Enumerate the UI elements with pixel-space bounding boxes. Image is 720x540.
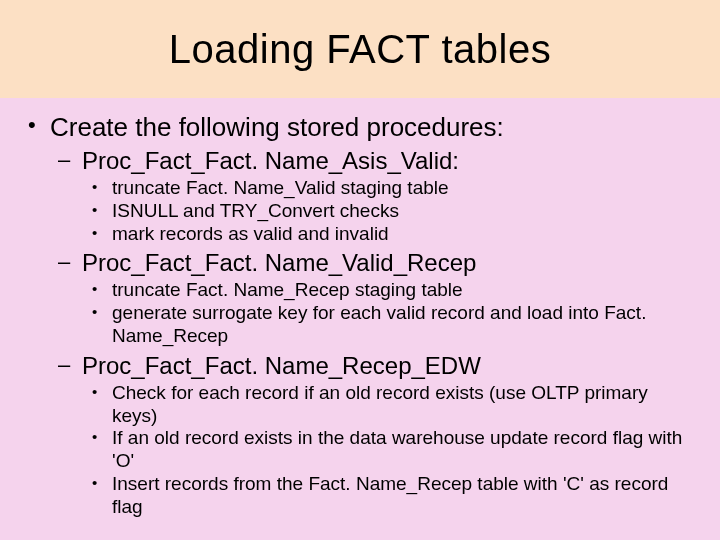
sub-item-text: mark records as valid and invalid [112,223,389,244]
sub-item-text: truncate Fact. Name_Recep staging table [112,279,463,300]
slide-title: Loading FACT tables [169,27,551,72]
sub-item-text: If an old record exists in the data ware… [112,427,682,471]
list-item: ISNULL and TRY_Convert checks [82,200,698,223]
level3-list: truncate Fact. Name_Recep staging table … [82,279,698,347]
list-item: truncate Fact. Name_Valid staging table [82,177,698,200]
sub-item-text: generate surrogate key for each valid re… [112,302,646,346]
list-item: mark records as valid and invalid [82,223,698,246]
main-bullet-text: Create the following stored procedures: [50,112,504,142]
sub-item-text: truncate Fact. Name_Valid staging table [112,177,449,198]
title-band: Loading FACT tables [0,0,720,98]
sub-item-text: Check for each record if an old record e… [112,382,648,426]
proc-name: Proc_Fact_Fact. Name_Asis_Valid: [82,147,459,174]
sub-item-text: ISNULL and TRY_Convert checks [112,200,399,221]
list-item: truncate Fact. Name_Recep staging table [82,279,698,302]
list-item: If an old record exists in the data ware… [82,427,698,473]
list-item: Proc_Fact_Fact. Name_Asis_Valid: truncat… [50,147,698,245]
list-item: Check for each record if an old record e… [82,382,698,428]
list-item: Insert records from the Fact. Name_Recep… [82,473,698,519]
level3-list: truncate Fact. Name_Valid staging table … [82,177,698,245]
list-item: generate surrogate key for each valid re… [82,302,698,348]
sub-item-text: Insert records from the Fact. Name_Recep… [112,473,668,517]
proc-name: Proc_Fact_Fact. Name_Recep_EDW [82,352,481,379]
list-item: Proc_Fact_Fact. Name_Recep_EDW Check for… [50,352,698,519]
level1-list: Create the following stored procedures: … [22,112,698,519]
list-item: Proc_Fact_Fact. Name_Valid_Recep truncat… [50,249,698,347]
level2-list: Proc_Fact_Fact. Name_Asis_Valid: truncat… [50,147,698,519]
slide-content: Create the following stored procedures: … [0,98,720,533]
list-item: Create the following stored procedures: … [22,112,698,519]
proc-name: Proc_Fact_Fact. Name_Valid_Recep [82,249,476,276]
level3-list: Check for each record if an old record e… [82,382,698,519]
